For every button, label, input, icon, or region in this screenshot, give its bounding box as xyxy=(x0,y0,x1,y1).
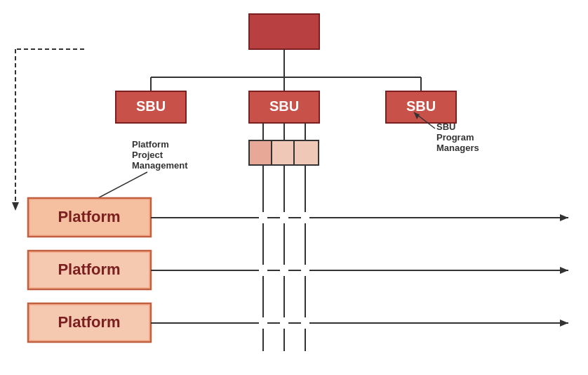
sbu-sub-box-3 xyxy=(294,140,319,165)
svg-rect-29 xyxy=(280,212,288,223)
svg-rect-33 xyxy=(301,265,309,276)
svg-rect-34 xyxy=(259,317,267,329)
svg-marker-24 xyxy=(560,267,568,274)
svg-rect-30 xyxy=(301,212,309,223)
sbu-program-label: SBU xyxy=(436,121,455,132)
sbu-label-right: SBU xyxy=(406,98,436,114)
svg-text:Program: Program xyxy=(436,132,474,143)
svg-text:Managers: Managers xyxy=(436,143,479,153)
svg-marker-2 xyxy=(12,202,19,211)
platform-label-1: Platform xyxy=(58,208,120,225)
svg-rect-28 xyxy=(259,212,267,223)
platform-label-3: Platform xyxy=(58,313,120,331)
svg-marker-21 xyxy=(560,214,568,221)
svg-marker-27 xyxy=(560,320,568,327)
sbu-label-left: SBU xyxy=(136,98,166,114)
svg-rect-36 xyxy=(301,317,309,329)
diagram-svg: SBU SBU SBU SBU Program Managers Platfor… xyxy=(0,0,588,375)
platform-project-label: Platform xyxy=(132,139,169,150)
svg-text:Management: Management xyxy=(132,160,188,171)
sbu-sub-box-2 xyxy=(272,140,296,165)
platform-label-2: Platform xyxy=(58,261,120,278)
svg-rect-31 xyxy=(259,265,267,276)
sbu-label-center: SBU xyxy=(269,98,299,114)
svg-rect-32 xyxy=(280,265,288,276)
top-box xyxy=(249,14,319,49)
svg-text:Project: Project xyxy=(132,150,163,160)
svg-rect-35 xyxy=(280,317,288,329)
sbu-sub-box-1 xyxy=(249,140,274,165)
